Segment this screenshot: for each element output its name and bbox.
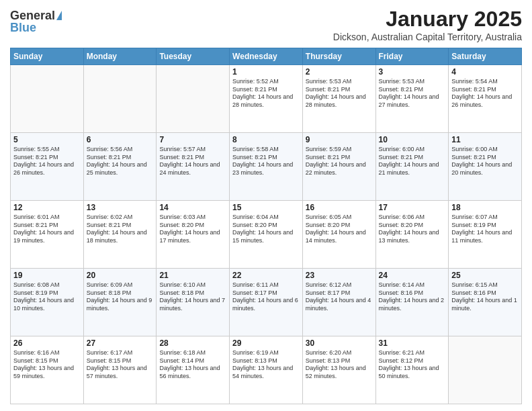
col-sunday: Sunday <box>11 48 84 65</box>
col-friday: Friday <box>375 48 449 65</box>
day-number: 26 <box>13 338 81 348</box>
day-info: Sunrise: 6:19 AM Sunset: 8:13 PM Dayligh… <box>232 349 300 381</box>
calendar-cell: 21Sunrise: 6:10 AM Sunset: 8:18 PM Dayli… <box>157 269 230 336</box>
day-number: 18 <box>451 203 519 212</box>
calendar-cell: 5Sunrise: 5:55 AM Sunset: 8:21 PM Daylig… <box>11 133 84 201</box>
day-info: Sunrise: 6:18 AM Sunset: 8:14 PM Dayligh… <box>159 349 226 381</box>
calendar-cell: 13Sunrise: 6:02 AM Sunset: 8:21 PM Dayli… <box>83 201 157 269</box>
day-info: Sunrise: 6:17 AM Sunset: 8:15 PM Dayligh… <box>87 349 154 381</box>
day-number: 5 <box>13 135 81 144</box>
day-info: Sunrise: 6:04 AM Sunset: 8:20 PM Dayligh… <box>232 214 300 245</box>
day-info: Sunrise: 5:57 AM Sunset: 8:21 PM Dayligh… <box>159 146 226 177</box>
calendar-table: Sunday Monday Tuesday Wednesday Thursday… <box>10 48 522 404</box>
day-number: 25 <box>451 271 519 280</box>
day-info: Sunrise: 5:56 AM Sunset: 8:21 PM Dayligh… <box>87 146 154 177</box>
calendar-cell: 31Sunrise: 6:21 AM Sunset: 8:12 PM Dayli… <box>375 336 449 404</box>
calendar-cell: 1Sunrise: 5:52 AM Sunset: 8:21 PM Daylig… <box>230 65 303 133</box>
calendar-cell: 2Sunrise: 5:53 AM Sunset: 8:21 PM Daylig… <box>302 65 375 133</box>
day-number: 6 <box>87 135 154 144</box>
day-info: Sunrise: 6:09 AM Sunset: 8:18 PM Dayligh… <box>87 281 154 313</box>
day-info: Sunrise: 6:00 AM Sunset: 8:21 PM Dayligh… <box>451 146 519 177</box>
subtitle: Dickson, Australian Capital Territory, A… <box>333 32 522 42</box>
day-info: Sunrise: 6:16 AM Sunset: 8:15 PM Dayligh… <box>13 349 81 381</box>
calendar-cell: 14Sunrise: 6:03 AM Sunset: 8:20 PM Dayli… <box>157 201 230 269</box>
day-number: 22 <box>232 271 300 280</box>
day-number: 17 <box>379 203 446 212</box>
week-row-4: 26Sunrise: 6:16 AM Sunset: 8:15 PM Dayli… <box>11 336 522 404</box>
day-info: Sunrise: 5:54 AM Sunset: 8:21 PM Dayligh… <box>451 78 519 109</box>
calendar-cell: 26Sunrise: 6:16 AM Sunset: 8:15 PM Dayli… <box>11 336 84 404</box>
day-info: Sunrise: 6:20 AM Sunset: 8:13 PM Dayligh… <box>306 349 373 381</box>
logo: General Blue <box>10 9 62 34</box>
day-number: 24 <box>379 271 446 280</box>
day-info: Sunrise: 6:10 AM Sunset: 8:18 PM Dayligh… <box>159 281 226 313</box>
day-number: 15 <box>232 203 300 212</box>
day-number: 4 <box>451 67 519 77</box>
calendar-cell: 18Sunrise: 6:07 AM Sunset: 8:19 PM Dayli… <box>449 201 522 269</box>
day-number: 19 <box>13 271 81 280</box>
day-number: 2 <box>306 67 373 77</box>
day-number: 3 <box>379 67 446 77</box>
title-section: January 2025 Dickson, Australian Capital… <box>333 7 522 42</box>
day-number: 27 <box>87 338 154 348</box>
day-info: Sunrise: 6:01 AM Sunset: 8:21 PM Dayligh… <box>13 214 81 245</box>
week-row-3: 19Sunrise: 6:08 AM Sunset: 8:19 PM Dayli… <box>11 269 522 336</box>
day-number: 1 <box>232 67 300 77</box>
calendar-cell <box>83 65 157 133</box>
calendar-cell: 3Sunrise: 5:53 AM Sunset: 8:21 PM Daylig… <box>375 65 449 133</box>
day-number: 8 <box>232 135 300 144</box>
day-number: 21 <box>159 271 226 280</box>
day-info: Sunrise: 6:05 AM Sunset: 8:20 PM Dayligh… <box>306 214 373 245</box>
calendar-cell: 20Sunrise: 6:09 AM Sunset: 8:18 PM Dayli… <box>83 269 157 336</box>
calendar-cell: 8Sunrise: 5:58 AM Sunset: 8:21 PM Daylig… <box>230 133 303 201</box>
calendar-cell: 28Sunrise: 6:18 AM Sunset: 8:14 PM Dayli… <box>157 336 230 404</box>
day-number: 13 <box>87 203 154 212</box>
col-monday: Monday <box>83 48 157 65</box>
day-info: Sunrise: 6:15 AM Sunset: 8:16 PM Dayligh… <box>451 281 519 313</box>
day-info: Sunrise: 6:08 AM Sunset: 8:19 PM Dayligh… <box>13 281 81 313</box>
day-info: Sunrise: 6:12 AM Sunset: 8:17 PM Dayligh… <box>306 281 373 313</box>
day-info: Sunrise: 6:21 AM Sunset: 8:12 PM Dayligh… <box>379 349 446 381</box>
logo-general-text: General <box>10 9 55 21</box>
calendar-cell: 10Sunrise: 6:00 AM Sunset: 8:21 PM Dayli… <box>375 133 449 201</box>
page: General Blue January 2025 Dickson, Austr… <box>0 0 532 411</box>
calendar-cell: 6Sunrise: 5:56 AM Sunset: 8:21 PM Daylig… <box>83 133 157 201</box>
calendar-cell: 19Sunrise: 6:08 AM Sunset: 8:19 PM Dayli… <box>11 269 84 336</box>
day-info: Sunrise: 6:03 AM Sunset: 8:20 PM Dayligh… <box>159 214 226 245</box>
logo-triangle-icon <box>56 11 62 20</box>
calendar-cell: 9Sunrise: 5:59 AM Sunset: 8:21 PM Daylig… <box>302 133 375 201</box>
day-number: 14 <box>159 203 226 212</box>
day-info: Sunrise: 5:53 AM Sunset: 8:21 PM Dayligh… <box>379 78 446 109</box>
calendar-cell: 17Sunrise: 6:06 AM Sunset: 8:20 PM Dayli… <box>375 201 449 269</box>
calendar-cell <box>449 336 522 404</box>
col-thursday: Thursday <box>302 48 375 65</box>
day-number: 31 <box>379 338 446 348</box>
day-info: Sunrise: 6:11 AM Sunset: 8:17 PM Dayligh… <box>232 281 300 313</box>
day-number: 28 <box>159 338 226 348</box>
week-row-2: 12Sunrise: 6:01 AM Sunset: 8:21 PM Dayli… <box>11 201 522 269</box>
day-info: Sunrise: 6:02 AM Sunset: 8:21 PM Dayligh… <box>87 214 154 245</box>
col-tuesday: Tuesday <box>157 48 230 65</box>
week-row-0: 1Sunrise: 5:52 AM Sunset: 8:21 PM Daylig… <box>11 65 522 133</box>
calendar-cell: 24Sunrise: 6:14 AM Sunset: 8:16 PM Dayli… <box>375 269 449 336</box>
day-info: Sunrise: 5:58 AM Sunset: 8:21 PM Dayligh… <box>232 146 300 177</box>
col-wednesday: Wednesday <box>230 48 303 65</box>
day-info: Sunrise: 5:55 AM Sunset: 8:21 PM Dayligh… <box>13 146 81 177</box>
day-number: 20 <box>87 271 154 280</box>
calendar-cell <box>157 65 230 133</box>
week-row-1: 5Sunrise: 5:55 AM Sunset: 8:21 PM Daylig… <box>11 133 522 201</box>
calendar-cell: 4Sunrise: 5:54 AM Sunset: 8:21 PM Daylig… <box>449 65 522 133</box>
calendar-cell: 16Sunrise: 6:05 AM Sunset: 8:20 PM Dayli… <box>302 201 375 269</box>
calendar-cell: 15Sunrise: 6:04 AM Sunset: 8:20 PM Dayli… <box>230 201 303 269</box>
day-number: 10 <box>379 135 446 144</box>
calendar-cell: 30Sunrise: 6:20 AM Sunset: 8:13 PM Dayli… <box>302 336 375 404</box>
day-number: 9 <box>306 135 373 144</box>
day-number: 30 <box>306 338 373 348</box>
day-number: 16 <box>306 203 373 212</box>
main-title: January 2025 <box>333 7 522 32</box>
day-number: 23 <box>306 271 373 280</box>
calendar-header-row: Sunday Monday Tuesday Wednesday Thursday… <box>11 48 522 65</box>
day-info: Sunrise: 6:14 AM Sunset: 8:16 PM Dayligh… <box>379 281 446 313</box>
calendar-cell: 29Sunrise: 6:19 AM Sunset: 8:13 PM Dayli… <box>230 336 303 404</box>
day-number: 29 <box>232 338 300 348</box>
